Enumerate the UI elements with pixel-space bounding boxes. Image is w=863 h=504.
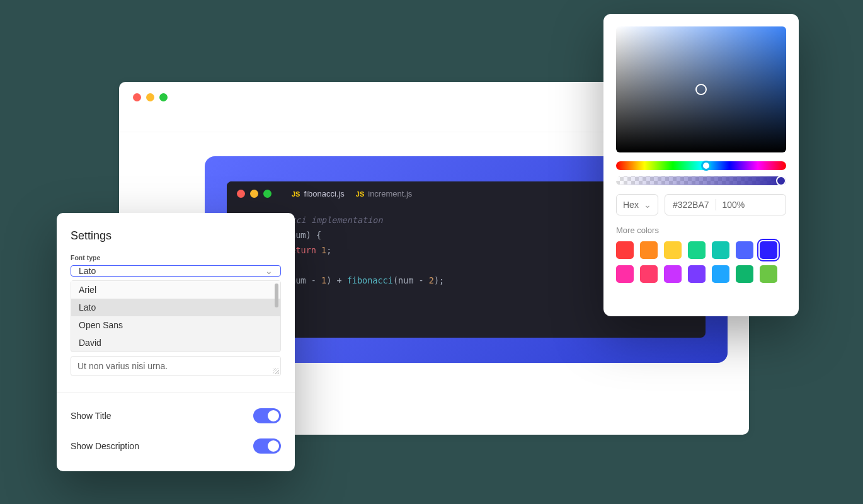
color-format-select[interactable]: Hex ⌄ bbox=[616, 194, 658, 215]
color-picker-panel: Hex ⌄ #322BA7 100% More colors bbox=[603, 14, 799, 316]
color-swatch[interactable] bbox=[616, 241, 634, 259]
color-swatch[interactable] bbox=[712, 241, 729, 259]
alpha-thumb[interactable] bbox=[776, 176, 786, 186]
font-option-lato[interactable]: Lato bbox=[71, 299, 280, 316]
js-badge-icon: JS bbox=[292, 190, 300, 198]
more-colors-label: More colors bbox=[616, 226, 786, 235]
color-swatch[interactable] bbox=[760, 241, 777, 259]
color-swatch[interactable] bbox=[688, 265, 706, 283]
hue-slider[interactable] bbox=[616, 161, 786, 170]
chevron-down-icon: ⌄ bbox=[644, 200, 651, 210]
hue-thumb[interactable] bbox=[701, 161, 711, 171]
settings-panel: Settings Font type Lato ⌄ Ariel Lato Ope… bbox=[57, 213, 295, 471]
color-swatch[interactable] bbox=[664, 241, 682, 259]
font-select-value: Lato bbox=[79, 266, 96, 276]
settings-title: Settings bbox=[71, 229, 281, 243]
maximize-window-button[interactable] bbox=[159, 93, 168, 101]
show-description-row: Show Description bbox=[71, 435, 281, 465]
color-swatch[interactable] bbox=[736, 241, 753, 259]
color-swatch[interactable] bbox=[640, 241, 658, 259]
editor-minimize-button[interactable] bbox=[250, 190, 258, 198]
font-type-label: Font type bbox=[71, 254, 281, 261]
editor-traffic-lights bbox=[237, 190, 271, 198]
tab-fibonacci[interactable]: JS fibonacci.js bbox=[292, 189, 345, 198]
font-option-david[interactable]: David bbox=[71, 334, 280, 352]
editor-tabs: JS fibonacci.js JS increment.js bbox=[292, 189, 412, 198]
traffic-lights bbox=[133, 93, 168, 101]
color-swatch[interactable] bbox=[712, 265, 729, 283]
color-swatch[interactable] bbox=[688, 241, 706, 259]
font-option-ariel[interactable]: Ariel bbox=[71, 281, 280, 299]
color-saturation-canvas[interactable] bbox=[616, 26, 786, 152]
dropdown-scrollbar[interactable] bbox=[275, 284, 278, 307]
color-swatch[interactable] bbox=[736, 265, 753, 283]
tab-label: fibonacci.js bbox=[304, 189, 344, 198]
show-title-row: Show Title bbox=[71, 404, 281, 435]
color-swatch[interactable] bbox=[760, 265, 777, 283]
input-divider bbox=[716, 199, 716, 210]
js-badge-icon: JS bbox=[356, 190, 364, 198]
resize-grip-icon[interactable] bbox=[273, 368, 279, 374]
tab-increment[interactable]: JS increment.js bbox=[356, 189, 413, 198]
color-hex-input[interactable]: #322BA7 100% bbox=[665, 194, 786, 215]
description-textarea[interactable]: Ut non varius nisi urna. bbox=[71, 356, 281, 376]
opacity-value: 100% bbox=[723, 200, 745, 210]
show-title-label: Show Title bbox=[71, 411, 111, 421]
show-description-label: Show Description bbox=[71, 441, 139, 451]
swatches-row-2 bbox=[616, 265, 786, 283]
minimize-window-button[interactable] bbox=[146, 93, 154, 101]
saturation-thumb[interactable] bbox=[695, 84, 707, 95]
swatches-row-1 bbox=[616, 241, 786, 259]
font-option-opensans[interactable]: Open Sans bbox=[71, 316, 280, 334]
color-swatch[interactable] bbox=[616, 265, 634, 283]
hex-value: #322BA7 bbox=[673, 200, 709, 210]
color-swatch[interactable] bbox=[664, 265, 682, 283]
color-inputs: Hex ⌄ #322BA7 100% bbox=[616, 194, 786, 215]
chevron-down-icon: ⌄ bbox=[265, 266, 273, 276]
tab-label: increment.js bbox=[368, 189, 412, 198]
font-type-select[interactable]: Lato ⌄ bbox=[71, 265, 281, 277]
format-value: Hex bbox=[623, 200, 639, 210]
color-swatch[interactable] bbox=[640, 265, 658, 283]
show-description-toggle[interactable] bbox=[253, 438, 281, 454]
close-window-button[interactable] bbox=[133, 93, 141, 101]
font-options-dropdown: Ariel Lato Open Sans David bbox=[71, 280, 281, 352]
textarea-value: Ut non varius nisi urna. bbox=[77, 361, 168, 371]
editor-close-button[interactable] bbox=[237, 190, 245, 198]
show-title-toggle[interactable] bbox=[253, 408, 281, 423]
editor-maximize-button[interactable] bbox=[263, 190, 271, 198]
divider bbox=[57, 392, 295, 393]
alpha-slider[interactable] bbox=[616, 176, 786, 185]
